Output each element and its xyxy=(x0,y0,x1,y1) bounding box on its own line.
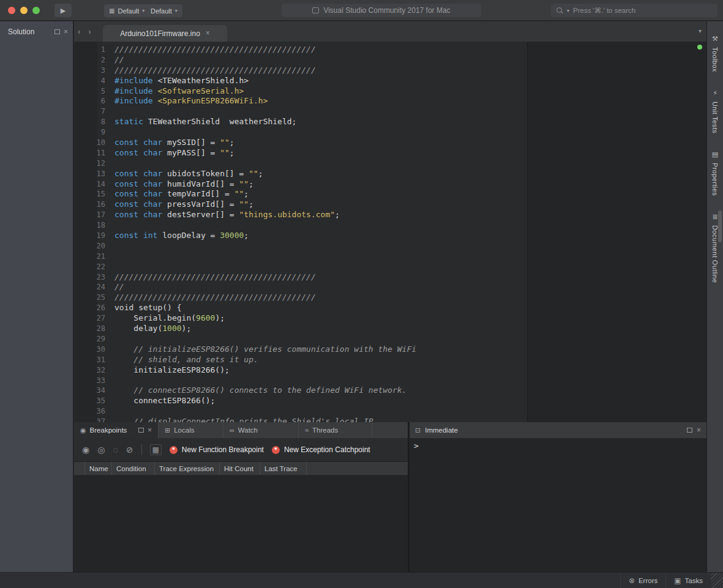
tasks-label: Tasks xyxy=(685,577,703,584)
code-line[interactable]: 37 // displayConnectInfo prints the Shie… xyxy=(74,417,706,422)
line-number: 26 xyxy=(74,303,110,313)
dock-icon[interactable] xyxy=(687,428,692,433)
close-window-button[interactable] xyxy=(8,7,15,14)
run-target-dropdown[interactable]: Default ▾ xyxy=(146,4,182,17)
editor-column: ‹ › Arduino101Firmware.ino × ▾ 1////////… xyxy=(74,21,706,572)
code-text: // xyxy=(110,55,124,65)
code-line[interactable]: 19const int loopDelay = 30000; xyxy=(74,231,706,241)
code-editor[interactable]: 1///////////////////////////////////////… xyxy=(74,42,706,422)
dock-icon[interactable] xyxy=(54,29,60,34)
code-line[interactable]: 15const char tempVarId[] = ""; xyxy=(74,189,706,199)
new-function-breakpoint-label: New Function Breakpoint xyxy=(182,445,264,454)
tab-breakpoints[interactable]: ◉ Breakpoints × xyxy=(74,422,159,438)
vs-mac-window: ▶ ▦ Default ▾ Default ▾ Visual Studio Co… xyxy=(0,0,723,588)
code-line[interactable]: 16const char pressVarId[] = ""; xyxy=(74,199,706,210)
disable-breakpoint-icon[interactable]: ◌ xyxy=(113,445,118,455)
nav-back-icon[interactable]: ‹ xyxy=(78,27,80,36)
code-line[interactable]: 8static TEWeatherShield weatherShield; xyxy=(74,117,706,127)
code-line[interactable]: 30 // initializeESP8266() verifies commu… xyxy=(74,344,706,355)
code-line[interactable]: 14const char humidVarId[] = ""; xyxy=(74,179,706,190)
code-line[interactable]: 5#include <SoftwareSerial.h> xyxy=(74,86,706,97)
code-line[interactable]: 27 Serial.begin(9600); xyxy=(74,313,706,324)
tab-overflow-chevron-icon[interactable]: ▾ xyxy=(699,28,702,34)
close-icon[interactable]: × xyxy=(697,428,701,433)
code-line[interactable]: 20 xyxy=(74,241,706,251)
new-exception-catchpoint-button[interactable]: * New Exception Catchpoint xyxy=(272,445,370,454)
resize-grip[interactable] xyxy=(711,573,723,588)
scrollbar-thumb[interactable] xyxy=(718,210,722,242)
close-tab-icon[interactable]: × xyxy=(206,31,210,36)
configuration-icon: ▦ xyxy=(109,7,114,14)
code-line[interactable]: 13const char ubidotsToken[] = ""; xyxy=(74,169,706,179)
code-line[interactable]: 18 xyxy=(74,220,706,231)
code-line[interactable]: 21 xyxy=(74,251,706,262)
code-line[interactable]: 34 // connectESP8266() connects to the d… xyxy=(74,385,706,396)
code-line[interactable]: 17const char destServer[] = "things.ubid… xyxy=(74,210,706,220)
code-line[interactable]: 9 xyxy=(74,127,706,138)
code-line[interactable]: 6#include <SparkFunESP8266WiFi.h> xyxy=(74,96,706,106)
enable-breakpoint-icon[interactable]: ◉ xyxy=(82,445,89,455)
sidebar-tab-unit-tests[interactable]: ⚡ Unit Tests xyxy=(711,89,719,133)
code-text: Serial.begin(9600); xyxy=(110,313,225,324)
remove-breakpoint-icon[interactable]: ⊘ xyxy=(126,445,133,455)
line-number: 25 xyxy=(74,292,110,303)
code-line[interactable]: 26void setup() { xyxy=(74,303,706,313)
breakpoint-properties-icon[interactable]: ▦ xyxy=(150,444,162,455)
code-line[interactable]: 29 xyxy=(74,334,706,344)
configuration-dropdown[interactable]: ▦ Default ▾ xyxy=(104,4,149,17)
code-line[interactable]: 10const char mySSID[] = ""; xyxy=(74,138,706,148)
chevron-down-icon: ▾ xyxy=(567,8,569,13)
sidebar-tab-properties[interactable]: ▤ Properties xyxy=(711,151,719,196)
close-icon[interactable]: × xyxy=(64,29,68,35)
new-function-breakpoint-button[interactable]: * New Function Breakpoint xyxy=(170,445,264,454)
code-line[interactable]: 36 xyxy=(74,406,706,417)
code-line[interactable]: 32 initializeESP8266(); xyxy=(74,365,706,376)
tab-threads[interactable]: ≈ Threads xyxy=(299,422,372,438)
line-number: 35 xyxy=(74,396,110,406)
code-line[interactable]: 4#include <TEWeatherShield.h> xyxy=(74,76,706,86)
statusbar-right: ⊗ Errors ▣ Tasks xyxy=(620,573,723,588)
edit-breakpoint-icon[interactable]: ◎ xyxy=(97,445,105,455)
toolbar-separator xyxy=(141,444,142,455)
code-line[interactable]: 22 xyxy=(74,262,706,272)
code-line[interactable]: 25//////////////////////////////////////… xyxy=(74,292,706,303)
immediate-console[interactable]: > xyxy=(410,438,706,572)
sidebar-tab-label: Properties xyxy=(711,163,719,196)
code-line[interactable]: 28 delay(1000); xyxy=(74,324,706,334)
column-trace-expression[interactable]: Trace Expression xyxy=(155,462,220,475)
search-box[interactable]: ▾ Press '⌘.' to search xyxy=(551,4,717,17)
play-icon: ▶ xyxy=(61,7,66,15)
tab-locals[interactable]: ⊞ Locals xyxy=(159,422,223,438)
tab-watch[interactable]: ∞ Watch xyxy=(223,422,299,438)
column-condition[interactable]: Condition xyxy=(112,462,155,475)
run-button[interactable]: ▶ xyxy=(54,3,72,18)
nav-forward-icon[interactable]: › xyxy=(88,27,91,36)
code-line[interactable]: 31 // shield, and sets it up. xyxy=(74,355,706,365)
code-line[interactable]: 7 xyxy=(74,106,706,117)
code-line[interactable]: 23//////////////////////////////////////… xyxy=(74,272,706,283)
zoom-window-button[interactable] xyxy=(32,7,40,14)
code-line[interactable]: 1///////////////////////////////////////… xyxy=(74,45,706,55)
close-icon[interactable]: × xyxy=(148,428,152,433)
code-line[interactable]: 11const char myPASS[] = ""; xyxy=(74,148,706,158)
document-tab[interactable]: Arduino101Firmware.ino × xyxy=(103,25,227,42)
code-line[interactable]: 2// xyxy=(74,55,706,65)
breakpoints-list-empty[interactable] xyxy=(74,475,408,572)
column-name[interactable]: Name xyxy=(85,462,112,475)
column-hit-count[interactable]: Hit Count xyxy=(220,462,260,475)
sidebar-tab-toolbox[interactable]: ⚒ Toolbox xyxy=(711,35,719,72)
errors-button[interactable]: ⊗ Errors xyxy=(621,573,665,588)
column-last-trace[interactable]: Last Trace xyxy=(260,462,307,475)
breakpoints-column-headers: Name Condition Trace Expression Hit Coun… xyxy=(74,462,408,475)
dock-icon[interactable] xyxy=(138,428,144,433)
search-placeholder: Press '⌘.' to search xyxy=(573,6,635,15)
minimize-window-button[interactable] xyxy=(20,7,28,14)
tasks-button[interactable]: ▣ Tasks xyxy=(666,573,711,588)
code-line[interactable]: 35 connectESP8266(); xyxy=(74,396,706,406)
window-title: Visual Studio Community 2017 for Mac xyxy=(323,6,450,15)
code-line[interactable]: 24// xyxy=(74,282,706,292)
code-line[interactable]: 33 xyxy=(74,376,706,386)
line-number: 2 xyxy=(74,55,110,65)
code-line[interactable]: 12 xyxy=(74,158,706,169)
code-line[interactable]: 3///////////////////////////////////////… xyxy=(74,65,706,76)
